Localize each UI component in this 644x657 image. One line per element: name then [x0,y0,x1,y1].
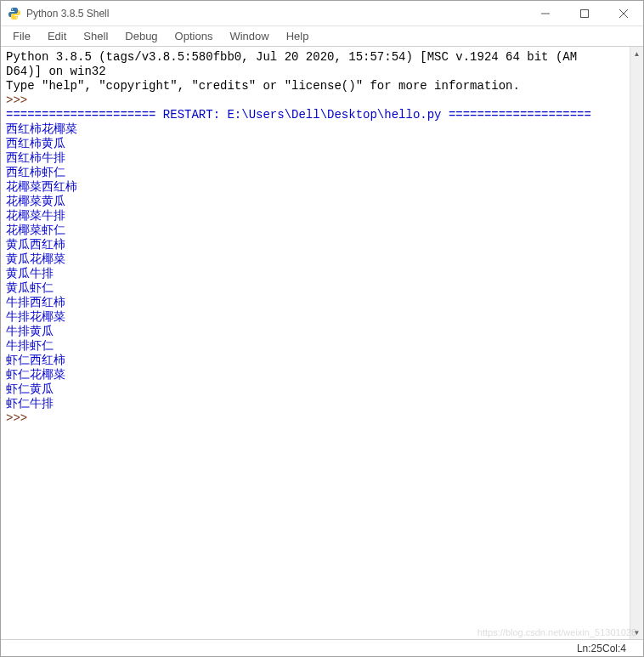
vertical-scrollbar[interactable]: ▲ ▼ [630,47,643,639]
menu-file[interactable]: File [6,28,37,44]
output-line: 花椰菜黄瓜 [6,195,65,208]
output-line: 黄瓜虾仁 [6,281,54,295]
scroll-up-icon[interactable]: ▲ [630,47,643,60]
output-line: 牛排黄瓜 [6,325,54,338]
content-wrap: Python 3.8.5 (tags/v3.8.5:580fbb0, Jul 2… [1,47,643,639]
svg-point-0 [12,8,13,9]
output-line: 西红柿花椰菜 [6,122,77,136]
menu-options[interactable]: Options [168,28,220,44]
maximize-button[interactable] [565,1,604,26]
output-line: 黄瓜花椰菜 [6,252,65,266]
menu-shell[interactable]: Shell [76,28,115,44]
window-title: Python 3.8.5 Shell [26,8,526,20]
output-line: 黄瓜西红柿 [6,238,65,252]
prompt: >>> [6,411,35,425]
statusbar: Ln: 25 Col: 4 [1,639,643,656]
titlebar: Python 3.8.5 Shell [1,1,643,26]
menu-edit[interactable]: Edit [41,28,73,44]
scroll-track[interactable] [630,60,643,626]
output-line: 黄瓜牛排 [6,267,54,280]
output-line: 虾仁西红柿 [6,354,65,367]
banner-line: Python 3.8.5 (tags/v3.8.5:580fbb0, Jul 2… [6,50,577,64]
close-button[interactable] [604,1,643,26]
output-line: 花椰菜牛排 [6,209,65,223]
scroll-down-icon[interactable]: ▼ [630,626,643,639]
output-line: 西红柿黄瓜 [6,137,65,150]
status-col-label: Col: [602,643,620,654]
output-line: 牛排西红柿 [6,296,65,309]
output-line: 虾仁牛排 [6,397,54,411]
svg-point-1 [16,17,17,18]
output-line: 花椰菜虾仁 [6,224,65,237]
output-line: 虾仁花椰菜 [6,368,65,382]
output-line: 花椰菜西红柿 [6,180,77,194]
shell-content[interactable]: Python 3.8.5 (tags/v3.8.5:580fbb0, Jul 2… [1,47,630,639]
status-col-value: 4 [620,643,626,654]
output-line: 西红柿牛排 [6,151,65,165]
output-line: 牛排虾仁 [6,339,54,353]
menu-debug[interactable]: Debug [118,28,164,44]
menu-window[interactable]: Window [223,28,275,44]
python-icon [8,7,21,20]
status-ln-label: Ln: [577,643,591,654]
output-line: 牛排花椰菜 [6,310,65,324]
prompt: >>> [6,93,35,107]
window-controls [526,1,643,25]
banner-line: Type "help", "copyright", "credits" or "… [6,79,520,93]
menu-help[interactable]: Help [280,28,316,44]
output-line: 虾仁黄瓜 [6,382,54,396]
minimize-button[interactable] [526,1,565,26]
banner-line: D64)] on win32 [6,65,106,78]
restart-line: ===================== RESTART: E:\Users\… [6,108,591,122]
svg-rect-3 [581,10,589,18]
output-line: 西红柿虾仁 [6,166,65,179]
status-ln-value: 25 [591,643,602,654]
menubar: File Edit Shell Debug Options Window Hel… [1,26,643,47]
